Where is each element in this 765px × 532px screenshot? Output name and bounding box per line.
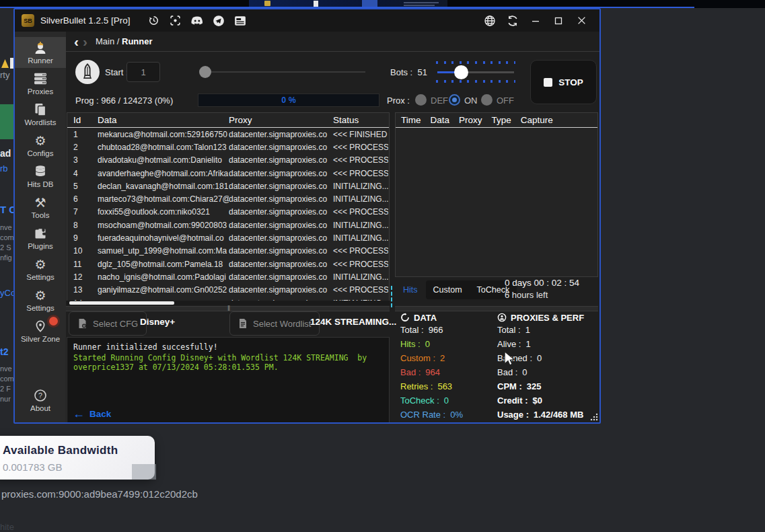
- background-text-dash: [404, 2, 439, 3]
- col-data[interactable]: Data: [98, 115, 229, 125]
- table-row[interactable]: 12nacho_ignis@hotmail.com:Padolagidatace…: [67, 270, 389, 283]
- table-row[interactable]: 5declan_kavanagh@hotmail.com:181datacent…: [67, 180, 389, 192]
- panel-splitter[interactable]: ‖: [66, 306, 390, 311]
- stat-retries: Retries :563: [400, 381, 501, 395]
- col-status[interactable]: Status: [333, 115, 388, 125]
- start-input[interactable]: [126, 62, 160, 82]
- documents-icon: [33, 102, 48, 117]
- prox-off-radio[interactable]: [481, 94, 493, 106]
- mouse-cursor: [503, 351, 517, 366]
- history-icon[interactable]: [145, 13, 163, 28]
- cell-data: avanderhaeghe@hotmail.com:Afrika: [98, 169, 229, 178]
- start-label: Start :: [105, 67, 129, 77]
- scrollbar-thumb[interactable]: [69, 301, 174, 305]
- table-row[interactable]: 4avanderhaeghe@hotmail.com:Afrikadatacen…: [67, 167, 389, 180]
- news-icon[interactable]: [231, 13, 249, 28]
- col-data[interactable]: Data: [431, 115, 450, 125]
- table-row[interactable]: 9fueradeaquinohaynivel@hotmail.codatacen…: [67, 231, 389, 244]
- table-row[interactable]: 1mekaruca@hotmail.com:529166750datacente…: [67, 128, 389, 141]
- table-row[interactable]: 13ganiyilmazz@hotmail.com:Gn00252datacen…: [67, 284, 389, 297]
- gear-sb-icon: ⚙: [34, 257, 46, 272]
- hits-monitor-table[interactable]: Time Data Proxy Type Capture: [395, 112, 598, 277]
- scan-icon[interactable]: [167, 13, 184, 28]
- col-capture[interactable]: Capture: [521, 115, 553, 125]
- stat-total: Total :966: [400, 325, 501, 339]
- sidebar-item-tools[interactable]: ⚒ Tools: [15, 192, 66, 223]
- nav-forward-icon[interactable]: ›: [83, 35, 87, 48]
- bots-label: Bots : 51: [390, 67, 427, 77]
- sidebar-item-settings-core[interactable]: ⚙ Settings: [15, 284, 66, 315]
- stat-custom: Custom :2: [400, 353, 501, 367]
- prox-def-radio[interactable]: [415, 94, 427, 106]
- table-row[interactable]: 11dglz_105@hotmail.com:Pamela.18datacent…: [67, 258, 389, 270]
- stat-hits: Hits :0: [400, 339, 501, 353]
- start-slider[interactable]: [204, 71, 365, 73]
- table-row[interactable]: 8msochoam@hotmail.com:99020803datacenter…: [67, 219, 389, 231]
- stat-ocr-rate: OCR Rate :0%: [400, 410, 501, 424]
- stat-tocheck: ToCheck :0: [400, 395, 501, 410]
- start-slider-thumb[interactable]: [199, 66, 211, 78]
- table-row[interactable]: 7foxxi55@outlook.com:niko0321datacenter.…: [67, 206, 389, 219]
- sidebar-item-label: Runner: [28, 56, 53, 65]
- prox-off-label[interactable]: OFF: [497, 96, 514, 106]
- select-wordlist-button[interactable]: Select Wordlist: [229, 311, 320, 336]
- cell-status: <<< PROCESSING: [333, 143, 388, 152]
- table-row[interactable]: 10samuel_utp_1999@hotmail.com:Madatacent…: [67, 245, 389, 258]
- servers-icon: [33, 71, 48, 86]
- sidebar-item-settings-sb[interactable]: ⚙ Settings: [15, 254, 66, 284]
- close-button[interactable]: [570, 13, 593, 29]
- col-type[interactable]: Type: [492, 115, 511, 125]
- config-file-icon: [77, 318, 87, 329]
- progress-percent: 0 %: [281, 96, 296, 105]
- sidebar-item-plugins[interactable]: Plugins: [15, 223, 66, 254]
- splitter-handle[interactable]: ‖: [227, 305, 230, 312]
- sidebar-item-configs[interactable]: ⚙ Configs: [15, 130, 66, 161]
- sidebar-item-label: Configs: [28, 149, 54, 157]
- stop-button[interactable]: STOP: [530, 60, 597, 104]
- nav-back-icon[interactable]: ‹: [74, 35, 79, 48]
- stat-credit: Credit :$0: [497, 395, 598, 410]
- cell-status: <<< PROCESSING: [333, 207, 388, 217]
- background-text-fragment: com: [0, 233, 14, 241]
- cell-proxy: datacenter.sigmaproxies.co: [229, 207, 333, 217]
- maximize-button[interactable]: [547, 13, 570, 29]
- log-console[interactable]: Runner initialized succesfully! Started …: [67, 337, 390, 424]
- background-text-fragment: nve: [0, 365, 12, 373]
- screen: rty ad rb T C nve com 2 S nfig yCo t2 nv…: [0, 0, 765, 532]
- cell-data: fueradeaquinohaynivel@hotmail.co: [98, 233, 229, 243]
- sidebar-item-runner[interactable]: Runner: [15, 37, 66, 68]
- col-proxy[interactable]: Proxy: [459, 115, 482, 125]
- table-row[interactable]: 6marteco73@hotmail.com:Chiara27@datacent…: [67, 192, 389, 205]
- selected-config-name: Disney+: [140, 317, 175, 327]
- sidebar-item-hitsdb[interactable]: Hits DB: [15, 161, 66, 192]
- sidebar-item-proxies[interactable]: Proxies: [15, 68, 66, 99]
- sync-icon[interactable]: [501, 13, 524, 29]
- tab-custom[interactable]: Custom: [426, 280, 470, 299]
- telegram-icon[interactable]: [210, 13, 227, 28]
- back-button[interactable]: ← Back: [73, 407, 111, 421]
- cell-data: chubtoad28@hotmail.com:Talon123: [98, 143, 229, 152]
- background-text-fragment: 2 F: [0, 385, 11, 393]
- bots-slider-thumb[interactable]: [454, 65, 468, 79]
- window-resize-grip[interactable]: [590, 413, 598, 421]
- results-table[interactable]: Id Data Proxy Status 1mekaruca@hotmail.c…: [67, 112, 390, 305]
- globe-icon[interactable]: [478, 13, 501, 29]
- prox-on-radio[interactable]: [449, 94, 460, 106]
- col-time[interactable]: Time: [401, 115, 421, 125]
- background-text-fragment: ad: [0, 148, 11, 159]
- minimize-button[interactable]: [524, 13, 547, 29]
- tab-hits[interactable]: Hits: [395, 281, 426, 299]
- prox-on-label[interactable]: ON: [464, 96, 478, 106]
- col-proxy[interactable]: Proxy: [229, 115, 333, 125]
- table-row[interactable]: 2chubtoad28@hotmail.com:Talon123datacent…: [67, 141, 389, 153]
- discord-icon[interactable]: [188, 13, 206, 28]
- sidebar-item-about[interactable]: ? About: [15, 385, 66, 416]
- sidebar-item-wordlists[interactable]: Wordlists: [15, 99, 66, 130]
- select-cfg-button[interactable]: Select CFG: [69, 311, 147, 336]
- focus-outline-fragment: [391, 286, 392, 307]
- sidebar-item-silver-zone[interactable]: Silver Zone: [15, 315, 66, 346]
- table-row[interactable]: 3divadotaku@hotmail.com:Danielitodatacen…: [67, 154, 389, 167]
- col-id[interactable]: Id: [67, 115, 98, 125]
- cell-data: divadotaku@hotmail.com:Danielito: [98, 155, 229, 165]
- prox-def-label[interactable]: DEF: [431, 96, 448, 106]
